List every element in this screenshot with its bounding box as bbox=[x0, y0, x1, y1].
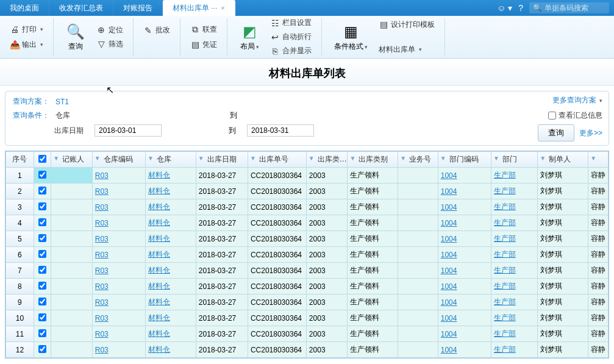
funnel-icon[interactable]: ▼ bbox=[493, 155, 499, 162]
cell-dept[interactable]: 生产部 bbox=[491, 263, 538, 279]
cell-check[interactable] bbox=[34, 326, 51, 342]
funnel-icon[interactable]: ▼ bbox=[148, 155, 154, 162]
merge-show-button[interactable]: ⎘合并显示 bbox=[268, 45, 314, 57]
cell-dept[interactable]: 生产部 bbox=[491, 168, 538, 184]
table-row[interactable]: 10R03材料仓2018-03-27CC20180303642003生产领料10… bbox=[6, 310, 609, 326]
funnel-icon[interactable]: ▼ bbox=[309, 155, 315, 162]
cell-wh[interactable]: 材料仓 bbox=[145, 168, 196, 184]
locate-button[interactable]: ⊕定位 bbox=[94, 24, 126, 37]
funnel-icon[interactable]: ▼ bbox=[250, 155, 256, 162]
cell-dept[interactable]: 生产部 bbox=[491, 184, 538, 199]
close-icon[interactable]: × bbox=[221, 4, 224, 12]
doc-button[interactable]: 材料出库单▾ bbox=[376, 43, 437, 56]
cell-wh[interactable]: 材料仓 bbox=[145, 199, 196, 215]
cell-whcode[interactable]: R03 bbox=[92, 215, 145, 231]
cell-dept[interactable]: 生产部 bbox=[491, 247, 538, 263]
cell-deptcode[interactable]: 1004 bbox=[438, 215, 491, 231]
row-checkbox[interactable] bbox=[38, 234, 46, 242]
filter-button[interactable]: ▽筛选 bbox=[94, 38, 126, 51]
cell-check[interactable] bbox=[34, 231, 51, 247]
cell-check[interactable] bbox=[34, 199, 51, 215]
funnel-icon[interactable]: ▼ bbox=[540, 155, 546, 162]
funnel-icon[interactable]: ▼ bbox=[198, 155, 204, 162]
voucher-button[interactable]: ▤凭证 bbox=[188, 38, 220, 51]
cell-check[interactable] bbox=[34, 247, 51, 263]
col-deptcode[interactable]: ▼部门编码 bbox=[438, 152, 491, 168]
barcode-search[interactable]: 🔍 bbox=[529, 2, 609, 13]
table-row[interactable]: 1R03材料仓2018-03-27CC20180303642003生产领料100… bbox=[6, 168, 609, 184]
table-row[interactable]: 2R03材料仓2018-03-27CC20180303642003生产领料100… bbox=[6, 184, 609, 199]
funnel-icon[interactable]: ▼ bbox=[349, 155, 355, 162]
cell-deptcode[interactable]: 1004 bbox=[438, 279, 491, 294]
tab-material-out[interactable]: 材料出库单 ··· × bbox=[163, 0, 235, 16]
row-checkbox[interactable] bbox=[38, 313, 46, 321]
table-row[interactable]: 6R03材料仓2018-03-27CC20180303642003生产领料100… bbox=[6, 247, 609, 263]
cell-dept[interactable]: 生产部 bbox=[491, 279, 538, 294]
col-wh[interactable]: ▼仓库 bbox=[145, 152, 196, 168]
cell-check[interactable] bbox=[34, 294, 51, 310]
col-accountant[interactable]: ▼记账人 bbox=[51, 152, 93, 168]
cell-check[interactable] bbox=[34, 279, 51, 294]
cell-wh[interactable]: 材料仓 bbox=[145, 279, 196, 294]
col-maker[interactable]: ▼制单人 bbox=[538, 152, 588, 168]
cell-wh[interactable]: 材料仓 bbox=[145, 263, 196, 279]
funnel-icon[interactable]: ▼ bbox=[440, 155, 446, 162]
cell-deptcode[interactable]: 1004 bbox=[438, 184, 491, 199]
cell-dept[interactable]: 生产部 bbox=[491, 294, 538, 310]
table-row[interactable]: 8R03材料仓2018-03-27CC20180303642003生产领料100… bbox=[6, 279, 609, 294]
tab-desktop[interactable]: 我的桌面 bbox=[0, 0, 49, 16]
smile-icon[interactable]: ☺ ▾ bbox=[497, 3, 512, 13]
cell-deptcode[interactable]: 1004 bbox=[438, 326, 491, 342]
cell-whcode[interactable]: R03 bbox=[92, 342, 145, 358]
cell-check[interactable] bbox=[34, 215, 51, 231]
row-checkbox[interactable] bbox=[38, 250, 46, 258]
row-checkbox[interactable] bbox=[38, 298, 46, 305]
query-submit-button[interactable]: 查询 bbox=[538, 124, 574, 141]
cell-dept[interactable]: 生产部 bbox=[491, 342, 538, 358]
table-row[interactable]: 12R03材料仓2018-03-27CC20180303642003生产领料10… bbox=[6, 342, 609, 358]
summary-checkbox-row[interactable]: 查看汇总信息 bbox=[548, 110, 602, 121]
select-all-checkbox[interactable] bbox=[38, 155, 46, 163]
funnel-icon[interactable]: ▼ bbox=[400, 155, 406, 162]
cell-whcode[interactable]: R03 bbox=[92, 168, 145, 184]
table-row[interactable]: 11R03材料仓2018-03-27CC20180303642003生产领料10… bbox=[6, 326, 609, 342]
tab-inventory-summary[interactable]: 收发存汇总表 bbox=[49, 0, 113, 16]
more-scheme-link[interactable]: 更多查询方案 ▾ bbox=[552, 95, 602, 105]
row-checkbox[interactable] bbox=[38, 345, 46, 353]
tab-reconcile-report[interactable]: 对账报告 bbox=[113, 0, 163, 16]
cell-deptcode[interactable]: 1004 bbox=[438, 263, 491, 279]
table-row[interactable]: 4R03材料仓2018-03-27CC20180303642003生产领料100… bbox=[6, 215, 609, 231]
scheme-value[interactable]: ST1 bbox=[55, 98, 69, 106]
cell-whcode[interactable]: R03 bbox=[92, 310, 145, 326]
row-checkbox[interactable] bbox=[38, 202, 46, 210]
cond-format-button[interactable]: ▦条件格式▾ bbox=[329, 20, 373, 54]
cell-whcode[interactable]: R03 bbox=[92, 326, 145, 342]
row-checkbox[interactable] bbox=[38, 218, 46, 226]
row-checkbox[interactable] bbox=[38, 329, 46, 337]
cell-whcode[interactable]: R03 bbox=[92, 263, 145, 279]
from-date-input[interactable] bbox=[95, 124, 162, 137]
funnel-icon[interactable]: ▼ bbox=[590, 155, 596, 162]
cell-wh[interactable]: 材料仓 bbox=[145, 184, 196, 199]
row-checkbox[interactable] bbox=[38, 282, 46, 290]
cell-deptcode[interactable]: 1004 bbox=[438, 168, 491, 184]
cell-check[interactable] bbox=[34, 184, 51, 199]
cell-deptcode[interactable]: 1004 bbox=[438, 247, 491, 263]
cell-check[interactable] bbox=[34, 310, 51, 326]
layout-button[interactable]: ◩布局▾ bbox=[235, 20, 264, 54]
cell-deptcode[interactable]: 1004 bbox=[438, 199, 491, 215]
cell-wh[interactable]: 材料仓 bbox=[145, 342, 196, 358]
funnel-icon[interactable]: ▼ bbox=[53, 155, 59, 162]
export-button[interactable]: 📤输出▾ bbox=[7, 38, 46, 51]
cell-dept[interactable]: 生产部 bbox=[491, 199, 538, 215]
cell-wh[interactable]: 材料仓 bbox=[145, 247, 196, 263]
batch-button[interactable]: ✎批改 bbox=[141, 24, 173, 37]
cell-whcode[interactable]: R03 bbox=[92, 231, 145, 247]
cell-deptcode[interactable]: 1004 bbox=[438, 310, 491, 326]
funnel-icon[interactable]: ▼ bbox=[95, 155, 101, 162]
col-seq[interactable]: 序号 bbox=[6, 152, 34, 168]
cell-check[interactable] bbox=[34, 342, 51, 358]
query-button[interactable]: 🔍查询 bbox=[61, 20, 90, 54]
cell-wh[interactable]: 材料仓 bbox=[145, 231, 196, 247]
cell-check[interactable] bbox=[34, 168, 51, 184]
